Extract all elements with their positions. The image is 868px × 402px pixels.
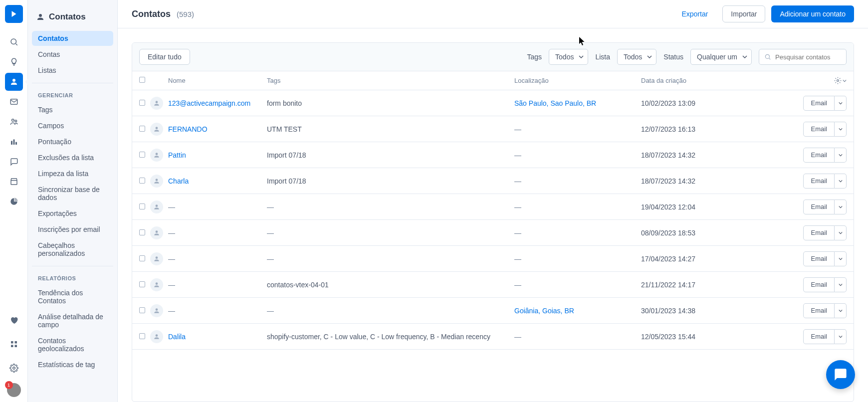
email-dropdown-button[interactable] [835, 251, 847, 266]
table-settings-button[interactable] [834, 77, 847, 84]
email-dropdown-button[interactable] [835, 148, 847, 163]
col-location[interactable]: Localização [514, 77, 641, 84]
rail-bars-icon[interactable] [5, 133, 23, 151]
rail-heart-icon[interactable] [5, 311, 23, 329]
row-checkbox[interactable] [139, 307, 145, 313]
rail-email-icon[interactable] [5, 93, 23, 111]
avatar [150, 330, 163, 343]
email-button[interactable]: Email [803, 122, 835, 137]
sidebar-item[interactable]: Campos [32, 118, 113, 133]
sidebar-item[interactable]: Sincronizar base de dados [32, 182, 113, 205]
email-button[interactable]: Email [803, 303, 835, 318]
row-checkbox[interactable] [139, 152, 145, 158]
contact-tags: Import 07/18 [267, 177, 514, 185]
sidebar-item[interactable]: Limpeza da lista [32, 166, 113, 181]
email-button[interactable]: Email [803, 148, 835, 163]
add-contact-button[interactable]: Adicionar um contato [771, 5, 854, 22]
rail-avatar[interactable]: 1 [7, 383, 21, 397]
chat-fab[interactable] [826, 360, 855, 389]
contact-name[interactable]: Pattin [168, 151, 186, 159]
sidebar-item-contas[interactable]: Contas [32, 47, 113, 62]
email-button[interactable]: Email [803, 225, 835, 240]
sidebar-item[interactable]: Análise detalhada de campo [32, 309, 113, 332]
row-checkbox[interactable] [139, 100, 145, 106]
rail-accounts-icon[interactable] [5, 113, 23, 131]
col-tags[interactable]: Tags [267, 77, 514, 84]
rail-settings-icon[interactable] [5, 359, 23, 377]
filter-list-label: Lista [595, 53, 610, 61]
email-button[interactable]: Email [803, 200, 835, 214]
sidebar-item[interactable]: Tags [32, 102, 113, 117]
sidebar-item-contatos[interactable]: Contatos [32, 31, 113, 46]
rail-chat-icon[interactable] [5, 153, 23, 171]
contact-name[interactable]: Dalila [168, 333, 186, 341]
search-icon [764, 53, 771, 60]
import-button[interactable]: Importar [722, 5, 765, 22]
email-dropdown-button[interactable] [835, 303, 847, 318]
search-input[interactable] [775, 53, 840, 61]
sidebar-item[interactable]: Estatísticas de tag [32, 357, 113, 372]
rail-idea-icon[interactable] [5, 53, 23, 71]
filter-status-select[interactable]: Qualquer um [690, 49, 752, 65]
sidebar-item[interactable]: Pontuação [32, 134, 113, 149]
rail-contacts-icon[interactable] [5, 73, 23, 91]
contact-name[interactable]: FERNANDO [168, 125, 208, 133]
email-button[interactable]: Email [803, 329, 835, 344]
sidebar-item[interactable]: Cabeçalhos personalizados [32, 238, 113, 261]
email-button[interactable]: Email [803, 96, 835, 111]
svg-point-0 [11, 39, 16, 44]
table-row: FERNANDOUTM TEST—12/07/2023 16:13Email [132, 116, 854, 142]
contact-location[interactable]: São Paulo, Sao Paulo, BR [514, 99, 596, 107]
sidebar-item[interactable]: Exportações [32, 206, 113, 221]
row-checkbox[interactable] [139, 178, 145, 184]
email-dropdown-button[interactable] [835, 122, 847, 137]
rail-search-icon[interactable] [5, 33, 23, 51]
sidebar-section-reports: RELATÓRIOS [32, 266, 113, 285]
rail-store-icon[interactable] [5, 173, 23, 191]
filter-list-select[interactable]: Todos [617, 49, 656, 65]
sidebar-item[interactable]: Contatos geolocalizados [32, 333, 113, 356]
row-checkbox[interactable] [139, 281, 145, 287]
sidebar-item[interactable]: Tendência dos Contatos [32, 285, 113, 308]
svg-rect-7 [11, 341, 13, 344]
email-button[interactable]: Email [803, 251, 835, 266]
row-checkbox[interactable] [139, 255, 145, 261]
email-button[interactable]: Email [803, 277, 835, 292]
sidebar-item[interactable]: Inscrições por email [32, 222, 113, 237]
avatar [150, 252, 163, 265]
export-button[interactable]: Exportar [673, 5, 716, 22]
email-dropdown-button[interactable] [835, 277, 847, 292]
sidebar-item-listas[interactable]: Listas [32, 63, 113, 78]
email-dropdown-button[interactable] [835, 200, 847, 214]
select-all-checkbox[interactable] [139, 77, 145, 83]
filter-tags-select[interactable]: Todos [549, 49, 588, 65]
email-dropdown-button[interactable] [835, 174, 847, 189]
contact-tags: form bonito [267, 99, 514, 107]
table-row: PattinImport 07/18—18/07/2023 14:32Email [132, 142, 854, 168]
row-checkbox[interactable] [139, 333, 145, 339]
email-dropdown-button[interactable] [835, 329, 847, 344]
col-created[interactable]: Data da criação [641, 77, 721, 84]
contact-name[interactable]: Charla [168, 177, 189, 185]
email-dropdown-button[interactable] [835, 225, 847, 240]
email-button[interactable]: Email [803, 174, 835, 189]
row-checkbox[interactable] [139, 229, 145, 235]
app-logo[interactable] [5, 5, 23, 23]
contact-location: — [514, 125, 521, 133]
contact-name: — [168, 281, 175, 289]
rail-reports-icon[interactable] [5, 193, 23, 210]
col-name[interactable]: Nome [168, 77, 267, 84]
search-input-wrapper[interactable] [759, 49, 847, 65]
contact-location[interactable]: Goiânia, Goias, BR [514, 307, 574, 315]
sidebar-item[interactable]: Exclusões da lista [32, 150, 113, 165]
contact-created: 12/07/2023 16:13 [641, 125, 721, 133]
rail-apps-icon[interactable] [5, 335, 23, 353]
edit-all-button[interactable]: Editar tudo [139, 49, 190, 65]
contact-name[interactable]: 123@activecampaign.com [168, 99, 250, 107]
svg-rect-10 [14, 345, 17, 348]
row-checkbox[interactable] [139, 126, 145, 132]
sidebar: Contatos ContatosContasListas GERENCIAR … [28, 0, 118, 402]
email-dropdown-button[interactable] [835, 96, 847, 111]
svg-rect-8 [14, 341, 17, 344]
row-checkbox[interactable] [139, 203, 145, 209]
